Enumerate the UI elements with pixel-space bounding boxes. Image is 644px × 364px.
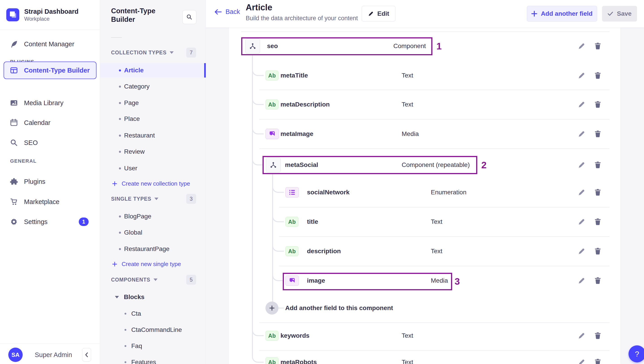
delete-field-button[interactable]: [593, 331, 602, 340]
row-separator: [260, 119, 610, 119]
delete-field-button[interactable]: [593, 358, 602, 364]
edit-field-button[interactable]: [577, 160, 586, 169]
trash-icon: [594, 332, 602, 339]
sidebar-item-label: Category: [124, 83, 150, 90]
field-type: Text: [431, 248, 442, 255]
delete-field-button[interactable]: [593, 42, 602, 51]
group-header-collection-types[interactable]: COLLECTION TYPES: [111, 50, 174, 56]
component-category-blocks[interactable]: Blocks: [115, 293, 144, 301]
edit-field-button[interactable]: [577, 331, 586, 340]
group-header-components[interactable]: COMPONENTS: [111, 277, 158, 283]
bullet-icon: [119, 69, 121, 71]
trash-icon: [594, 72, 602, 79]
nav-item-content-manager[interactable]: Content Manager: [0, 35, 100, 53]
delete-field-button[interactable]: [593, 276, 602, 285]
tree-branch: [272, 240, 284, 252]
media-field-icon: [266, 129, 279, 139]
trash-icon: [594, 130, 602, 138]
chevron-down-icon: [170, 52, 174, 54]
edit-button[interactable]: Edit: [362, 6, 396, 22]
seo-icon: [10, 139, 18, 146]
media-field-icon: [286, 275, 299, 286]
nav-item-calendar[interactable]: Calendar: [0, 114, 100, 131]
component-icon: [270, 161, 277, 168]
sidebar-item-page[interactable]: Page: [100, 96, 206, 110]
help-button[interactable]: ?: [628, 345, 644, 362]
edit-field-button[interactable]: [577, 217, 586, 226]
sidebar-item-blogpage[interactable]: BlogPage: [100, 209, 206, 224]
delete-field-button[interactable]: [593, 100, 602, 109]
delete-field-button[interactable]: [593, 71, 602, 80]
sidebar-item-review[interactable]: Review: [100, 144, 206, 159]
field-type: Enumeration: [431, 189, 466, 196]
edit-field-button[interactable]: [577, 42, 586, 51]
back-link[interactable]: Back: [214, 8, 240, 16]
enumeration-chip-icon: [289, 189, 296, 196]
trash-icon: [594, 101, 602, 108]
tree-branch: [252, 65, 264, 76]
bullet-icon: [119, 86, 121, 88]
annotation-number: 3: [454, 276, 460, 287]
nav-item-settings[interactable]: Settings 1: [0, 213, 100, 231]
field-name: metaSocial: [285, 161, 318, 168]
component-field-icon: [266, 157, 281, 172]
edit-field-button[interactable]: [577, 358, 586, 364]
content-type-builder-sidebar: Content-Type Builder COLLECTION TYPES7 A…: [100, 0, 206, 364]
nav-item-content-type-builder[interactable]: Content-Type Builder: [4, 62, 96, 79]
nav-item-plugins[interactable]: Plugins: [0, 173, 100, 190]
delete-field-button[interactable]: [593, 188, 602, 197]
pencil-icon: [578, 42, 586, 50]
strapi-logo-icon: [6, 8, 19, 21]
tree-line: [272, 174, 273, 302]
edit-field-button[interactable]: [577, 129, 586, 138]
field-type: Text: [402, 72, 413, 79]
edit-field-button[interactable]: [577, 276, 586, 285]
save-label: Save: [617, 10, 632, 17]
save-button[interactable]: Save: [602, 6, 637, 22]
tree-branch: [252, 325, 264, 336]
group-header-single-types[interactable]: SINGLE TYPES: [111, 196, 158, 202]
nav-item-media-library[interactable]: Media Library: [0, 94, 100, 112]
sidebar-item-place[interactable]: Place: [100, 112, 206, 126]
annotation-number: 2: [481, 160, 486, 170]
search-button[interactable]: [182, 10, 196, 24]
nav-item-label: Calendar: [24, 119, 50, 126]
tree-branch: [252, 351, 264, 363]
nav-item-marketplace[interactable]: Marketplace: [0, 193, 100, 211]
delete-field-button[interactable]: [593, 247, 602, 256]
pencil-icon: [578, 130, 586, 138]
sidebar-item-category[interactable]: Category: [100, 79, 206, 94]
user-name: Super Admin: [35, 351, 72, 358]
edit-field-button[interactable]: [577, 188, 586, 197]
sidebar-item-user[interactable]: User: [100, 161, 206, 175]
delete-field-button[interactable]: [593, 160, 602, 169]
avatar[interactable]: SA: [8, 347, 23, 362]
bullet-icon: [124, 345, 126, 347]
bullet-icon: [119, 167, 121, 169]
delete-field-button[interactable]: [593, 129, 602, 138]
edit-field-button[interactable]: [577, 247, 586, 256]
add-field-to-component-button[interactable]: Add another field to this component: [266, 301, 393, 315]
content-type-builder-icon: [10, 67, 18, 74]
edit-field-button[interactable]: [577, 71, 586, 80]
collapse-sidebar-button[interactable]: [82, 348, 91, 361]
add-another-field-button[interactable]: Add another field: [527, 6, 597, 22]
delete-field-button[interactable]: [593, 217, 602, 226]
text-field-icon: Ab: [266, 357, 278, 364]
sidebar-item-restaurant[interactable]: Restaurant: [100, 128, 206, 143]
nav-item-label: Marketplace: [24, 198, 60, 206]
field-name: description: [307, 248, 341, 255]
create-new-link[interactable]: Create new single type: [112, 261, 181, 268]
row-separator: [241, 32, 610, 32]
sidebar-title: Content-Type Builder: [111, 7, 178, 24]
sidebar-item-restaurantpage[interactable]: RestaurantPage: [100, 242, 206, 256]
field-name: socialNetwork: [307, 189, 350, 196]
nav-item-label: Content-Type Builder: [24, 67, 90, 74]
create-new-link[interactable]: Create new collection type: [112, 180, 190, 187]
sidebar-item-article[interactable]: Article: [100, 63, 206, 78]
tree-branch: [272, 270, 284, 281]
sidebar-item-global[interactable]: Global: [100, 225, 206, 240]
nav-item-seo[interactable]: SEO: [0, 134, 100, 151]
row-separator: [279, 236, 610, 237]
edit-field-button[interactable]: [577, 100, 586, 109]
